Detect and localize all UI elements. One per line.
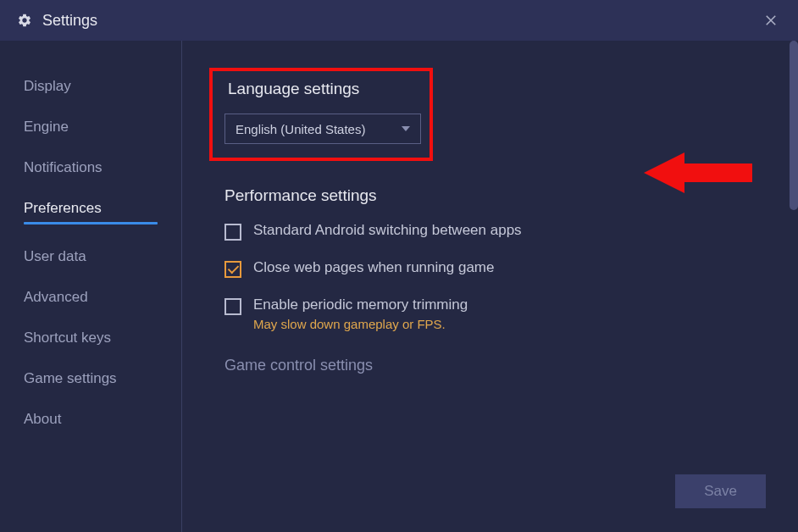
checkbox-label: Enable periodic memory trimming (253, 296, 468, 313)
checkbox-close-web-pages[interactable]: Close web pages when running game (224, 259, 764, 278)
sidebar-item-about[interactable]: About (0, 399, 181, 440)
titlebar-left: Settings (17, 12, 97, 30)
sidebar-item-display[interactable]: Display (0, 66, 181, 107)
active-underline (24, 222, 158, 224)
checkbox-memory-trimming[interactable]: Enable periodic memory trimming May slow… (224, 296, 764, 331)
checkbox-sublabel: May slow down gameplay or FPS. (253, 317, 468, 331)
language-select-value: English (United States) (236, 122, 365, 136)
sidebar-item-label: Shortcut keys (24, 330, 111, 346)
performance-section-title: Performance settings (224, 186, 764, 205)
sidebar-item-label: Engine (24, 119, 69, 135)
main-panel: Language settings English (United States… (182, 41, 798, 532)
sidebar-item-shortcut-keys[interactable]: Shortcut keys (0, 318, 181, 358)
language-section-title: Language settings (228, 80, 418, 98)
sidebar-item-label: Display (24, 78, 71, 94)
annotation-highlight-box: Language settings English (United States… (209, 68, 433, 161)
chevron-down-icon (402, 126, 410, 131)
sidebar-item-label: User data (24, 248, 86, 264)
sidebar-item-preferences[interactable]: Preferences (0, 188, 181, 236)
sidebar-item-engine[interactable]: Engine (0, 107, 181, 147)
gear-icon (17, 13, 32, 28)
sidebar: Display Engine Notifications Preferences… (0, 41, 182, 532)
save-button[interactable]: Save (675, 474, 766, 508)
page-title: Settings (42, 12, 97, 30)
performance-section: Performance settings Standard Android sw… (224, 186, 764, 331)
sidebar-item-label: Game settings (24, 370, 117, 386)
sidebar-item-label: Advanced (24, 289, 88, 305)
sidebar-item-user-data[interactable]: User data (0, 236, 181, 277)
checkbox-icon (224, 261, 241, 278)
checkbox-icon (224, 224, 241, 241)
sidebar-item-advanced[interactable]: Advanced (0, 277, 181, 318)
game-control-section-title: Game control settings (224, 357, 764, 374)
checkbox-label: Close web pages when running game (253, 259, 494, 276)
checkbox-text: Standard Android switching between apps (253, 222, 522, 239)
titlebar: Settings (0, 0, 798, 41)
sidebar-item-notifications[interactable]: Notifications (0, 147, 181, 188)
checkbox-standard-android-switching[interactable]: Standard Android switching between apps (224, 222, 764, 241)
sidebar-item-label: Notifications (24, 159, 103, 175)
close-button[interactable] (761, 10, 781, 30)
checkbox-label: Standard Android switching between apps (253, 222, 522, 239)
body: Display Engine Notifications Preferences… (0, 41, 798, 532)
sidebar-item-label: About (24, 411, 61, 427)
sidebar-item-label: Preferences (24, 200, 102, 216)
close-icon (763, 13, 779, 28)
checkbox-text: Close web pages when running game (253, 259, 494, 276)
checkbox-icon (224, 298, 241, 315)
language-select[interactable]: English (United States) (224, 114, 421, 144)
scrollbar[interactable] (790, 41, 798, 210)
checkbox-text: Enable periodic memory trimming May slow… (253, 296, 468, 331)
sidebar-item-game-settings[interactable]: Game settings (0, 358, 181, 399)
